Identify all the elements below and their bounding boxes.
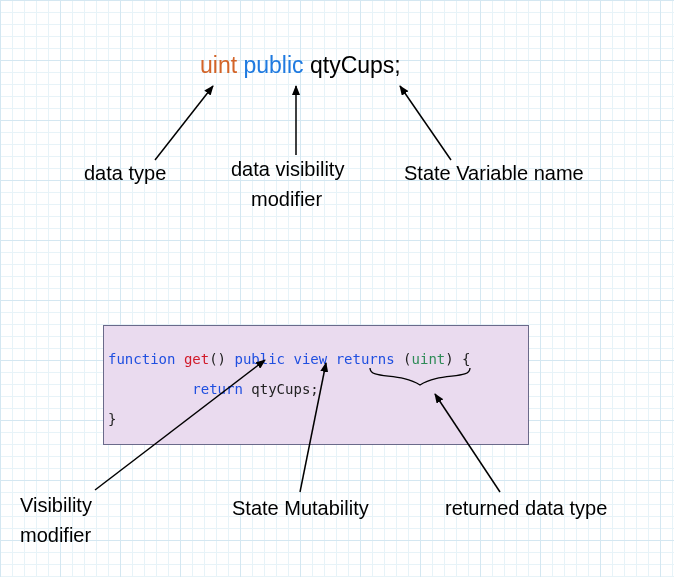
diagram-canvas: uint public qtyCups; data type data visi… <box>0 0 674 577</box>
kw-return: return <box>192 381 243 397</box>
open-paren: ( <box>403 351 411 367</box>
arrows-overlay <box>0 0 674 577</box>
return-expr: qtyCups; <box>251 381 318 397</box>
label-visibility-b-line2: modifier <box>20 524 91 547</box>
code-snippet-box: function get() public view returns (uint… <box>103 325 529 445</box>
kw-returns: returns <box>336 351 395 367</box>
arrow-varname <box>400 86 451 160</box>
code-line-3: } <box>108 404 524 434</box>
decl-type-token: uint <box>200 52 237 78</box>
label-data-type: data type <box>84 162 166 185</box>
return-type: uint <box>412 351 446 367</box>
label-state-variable-name: State Variable name <box>404 162 584 185</box>
close-and-brace: ) { <box>445 351 470 367</box>
parens: () <box>209 351 226 367</box>
closing-brace: } <box>108 411 116 427</box>
label-visibility-b-line1: Visibility <box>20 494 92 517</box>
label-visibility-line1: data visibility <box>231 158 344 181</box>
declaration-statement: uint public qtyCups; <box>200 52 401 79</box>
kw-view: view <box>293 351 327 367</box>
func-name: get <box>184 351 209 367</box>
kw-public: public <box>234 351 285 367</box>
decl-varname-token: qtyCups; <box>310 52 401 78</box>
label-state-mutability: State Mutability <box>232 497 369 520</box>
decl-visibility-token: public <box>243 52 303 78</box>
label-returned-data-type: returned data type <box>445 497 607 520</box>
arrow-data-type <box>155 86 213 160</box>
code-line-1: function get() public view returns (uint… <box>108 344 524 374</box>
kw-function: function <box>108 351 175 367</box>
label-visibility-line2: modifier <box>251 188 322 211</box>
code-line-2: return qtyCups; <box>108 374 524 404</box>
